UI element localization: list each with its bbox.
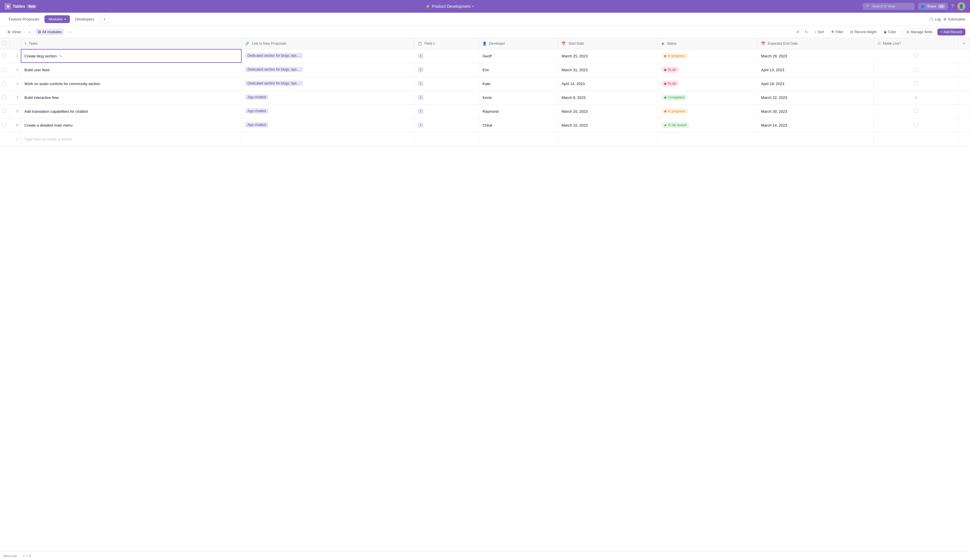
row-checkbox-input[interactable] <box>2 95 6 99</box>
row-task-cell[interactable]: Create a detailed main menu <box>21 118 242 132</box>
table-row[interactable]: 2 Build user feed Dedicated section for … <box>0 63 970 77</box>
row-made-live-cell[interactable] <box>874 104 958 118</box>
record-height-button[interactable]: ⊟ Record Height <box>847 29 880 35</box>
view-options-button[interactable]: ⋯ <box>65 28 74 36</box>
row-checkbox-input[interactable] <box>2 109 6 113</box>
row-developer-cell[interactable]: Erin <box>479 63 558 77</box>
all-modules-view[interactable]: ⊟ All modules <box>35 28 64 35</box>
row-task-cell[interactable]: Add translation capabilities for chatbot <box>21 104 242 118</box>
made-live-checkbox[interactable] <box>914 109 918 113</box>
row-link-cell[interactable]: Dedicated section for blogs, tips and us… <box>242 77 414 90</box>
row-made-live-cell[interactable] <box>874 49 958 63</box>
color-button[interactable]: ◉ Color <box>881 29 899 35</box>
search-box[interactable]: 🔍 Search in View <box>863 3 915 10</box>
row-checkbox[interactable] <box>0 77 9 90</box>
row-link-cell[interactable]: Dedicated section for blogs, tips and us… <box>242 63 414 77</box>
views-button[interactable]: ⊞ Views <box>5 29 24 35</box>
row-link-cell[interactable]: App chatbot <box>242 90 414 104</box>
sort-button[interactable]: ↕ Sort <box>811 29 827 35</box>
row-made-live-cell[interactable]: ✓ <box>874 90 958 104</box>
table-row[interactable]: 3 Work on audio controls for community s… <box>0 77 970 90</box>
row-field1-cell[interactable]: I <box>414 77 479 90</box>
select-all-checkbox[interactable] <box>2 41 6 45</box>
placeholder-row[interactable]: 7 Type here to create a record <box>0 132 970 146</box>
row-task-cell[interactable]: Create blog section ✎ <box>21 49 242 63</box>
row-status-cell[interactable]: In progress <box>657 104 757 118</box>
table-row[interactable]: 1 Create blog section ✎ Dedicated sectio… <box>0 49 970 63</box>
row-task-cell[interactable]: Build interactive flow <box>21 90 242 104</box>
row-start-date-cell[interactable]: March 9, 2023 <box>558 90 657 104</box>
row-checkbox[interactable] <box>0 63 9 77</box>
log-button[interactable]: 🕐 Log <box>929 17 941 21</box>
add-record-button[interactable]: + Add Record <box>937 28 965 35</box>
placeholder-text-cell[interactable]: Type here to create a record <box>21 132 242 146</box>
row-field1-cell[interactable]: I <box>414 49 479 63</box>
row-link-cell[interactable]: Dedicated section for blogs, tips and us… <box>242 49 414 63</box>
row-status-cell[interactable]: Completed <box>657 90 757 104</box>
table-row[interactable]: 4 Build interactive flow App chatbot I K… <box>0 90 970 104</box>
row-status-cell[interactable]: In progress <box>657 49 757 63</box>
row-checkbox[interactable] <box>0 118 9 132</box>
row-expected-end-cell[interactable]: March 22, 2023 <box>758 90 874 104</box>
share-button[interactable]: 👥 Share 16 <box>918 3 948 10</box>
row-developer-cell[interactable]: Chloé <box>479 118 558 132</box>
row-developer-cell[interactable]: Kate <box>479 77 558 90</box>
add-view-button[interactable]: + <box>26 28 34 36</box>
add-group-button[interactable]: + + 5 <box>20 553 33 559</box>
row-field1-cell[interactable]: I <box>414 118 479 132</box>
undo-button[interactable]: ↺ <box>794 28 802 36</box>
header-add-col[interactable]: + <box>958 38 970 49</box>
row-checkbox[interactable] <box>0 104 9 118</box>
row-expected-end-cell[interactable]: March 29, 2023 <box>758 49 874 63</box>
tab-feature-proposals[interactable]: Feature Proposals <box>5 15 43 23</box>
row-made-live-cell[interactable] <box>874 77 958 90</box>
app-logo[interactable]: ⊞ Tables Beta <box>5 3 37 10</box>
redo-button[interactable]: ↻ <box>802 28 810 36</box>
automation-button[interactable]: ⚙ Automation <box>943 17 965 21</box>
row-field1-cell[interactable]: I <box>414 90 479 104</box>
row-status-cell[interactable]: To do <box>657 77 757 90</box>
filter-button[interactable]: ⚗ Filter <box>828 29 846 35</box>
made-live-checkbox[interactable] <box>914 123 918 127</box>
row-checkbox-input[interactable] <box>2 81 6 85</box>
project-name[interactable]: Product Development <box>432 4 471 8</box>
row-link-cell[interactable]: App chatbot <box>242 104 414 118</box>
made-live-checkbox[interactable] <box>914 81 918 85</box>
user-avatar[interactable]: 👤 <box>957 2 965 10</box>
row-made-live-cell[interactable] <box>874 118 958 132</box>
row-checkbox-input[interactable] <box>2 53 6 58</box>
row-developer-cell[interactable]: Raymond <box>479 104 558 118</box>
row-expected-end-cell[interactable]: March 14, 2023 <box>758 118 874 132</box>
row-expected-end-cell[interactable]: April 18, 2023 <box>758 77 874 90</box>
row-status-cell[interactable]: To be tested <box>657 118 757 132</box>
row-start-date-cell[interactable]: March 16, 2023 <box>558 104 657 118</box>
edit-icon[interactable]: ✎ <box>59 55 62 58</box>
tab-developers[interactable]: Developers <box>71 15 98 23</box>
tab-modules[interactable]: Modules ▾ <box>45 15 70 23</box>
help-icon[interactable]: ? <box>951 4 954 9</box>
row-developer-cell[interactable]: Geoff <box>479 49 558 63</box>
project-dropdown-icon[interactable]: ▾ <box>472 5 474 8</box>
tab-add-button[interactable]: + <box>100 15 109 23</box>
row-checkbox[interactable] <box>0 90 9 104</box>
row-expected-end-cell[interactable]: March 30, 2023 <box>758 104 874 118</box>
row-link-cell[interactable]: App chatbot <box>242 118 414 132</box>
row-developer-cell[interactable]: Kevin <box>479 90 558 104</box>
manage-fields-button[interactable]: ⊟ Manage fields <box>903 28 936 36</box>
row-start-date-cell[interactable]: March 31, 2023 <box>558 63 657 77</box>
row-task-cell[interactable]: Build user feed <box>21 63 242 77</box>
row-checkbox-input[interactable] <box>2 123 6 127</box>
row-start-date-cell[interactable]: April 14, 2023 <box>558 77 657 90</box>
row-field1-cell[interactable]: I <box>414 104 479 118</box>
row-checkbox-input[interactable] <box>2 67 6 72</box>
table-row[interactable]: 6 Create a detailed main menu App chatbo… <box>0 118 970 132</box>
row-expected-end-cell[interactable]: April 13, 2023 <box>758 63 874 77</box>
made-live-checkbox[interactable] <box>914 67 918 72</box>
table-row[interactable]: 5 Add translation capabilities for chatb… <box>0 104 970 118</box>
row-status-cell[interactable]: To do <box>657 63 757 77</box>
row-made-live-cell[interactable] <box>874 63 958 77</box>
row-task-cell[interactable]: Work on audio controls for community sec… <box>21 77 242 90</box>
row-start-date-cell[interactable]: March 25, 2023 <box>558 49 657 63</box>
row-checkbox[interactable] <box>0 49 9 63</box>
row-field1-cell[interactable]: I <box>414 63 479 77</box>
